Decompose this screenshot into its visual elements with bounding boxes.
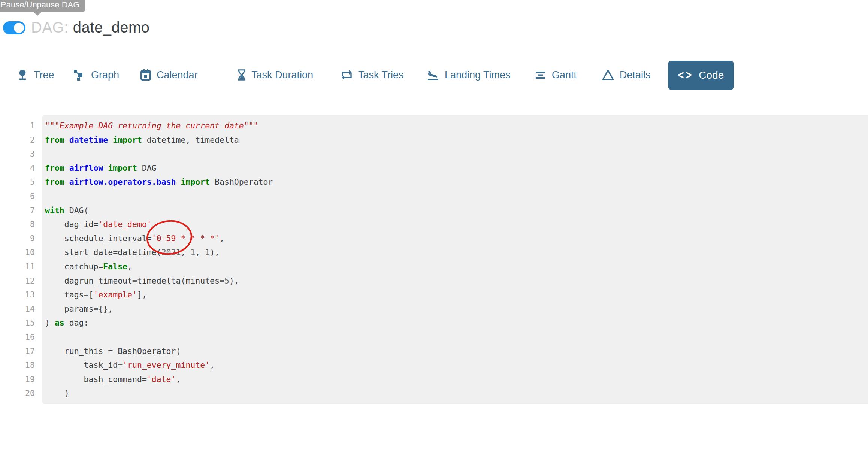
code-token: datetime, timedelta bbox=[142, 135, 239, 145]
plane-landing-icon bbox=[427, 69, 439, 81]
code-token: 'date_demo' bbox=[98, 220, 151, 229]
tab-label: Tree bbox=[34, 69, 54, 81]
tab-gantt[interactable]: Gantt bbox=[535, 60, 577, 90]
tab-label: Gantt bbox=[552, 69, 577, 81]
triangle-icon bbox=[602, 69, 614, 81]
code-token: import bbox=[113, 135, 142, 145]
tab-label: Task Tries bbox=[358, 69, 404, 81]
code-token: ), bbox=[210, 248, 220, 257]
code-token: from bbox=[45, 135, 64, 145]
code-token: params={}, bbox=[45, 304, 113, 314]
code-token: 'run_every_minute' bbox=[123, 360, 210, 370]
code-token: dag_id= bbox=[45, 220, 98, 229]
line-number: 20 bbox=[0, 386, 35, 400]
airflow-dag-code-page: Pause/Unpause DAG DAG:date_demo Tree Gra… bbox=[0, 0, 868, 460]
code-token: ) bbox=[45, 388, 69, 398]
code-token bbox=[64, 177, 69, 187]
dag-name: date_demo bbox=[73, 19, 150, 36]
code-token: 1 bbox=[190, 248, 195, 257]
code-line-6 bbox=[45, 189, 864, 203]
tab-label: Task Duration bbox=[251, 69, 313, 81]
code-token: 2021 bbox=[161, 248, 181, 257]
tab-calendar[interactable]: Calendar bbox=[140, 60, 198, 90]
code-token: 'date' bbox=[147, 375, 176, 384]
line-number: 16 bbox=[0, 330, 35, 344]
code-token: start_date=datetime( bbox=[45, 248, 161, 257]
code-token: dagrun_timeout=timedelta(minutes= bbox=[45, 276, 224, 285]
tab-task-tries[interactable]: Task Tries bbox=[341, 60, 404, 90]
code-token: , bbox=[176, 375, 181, 384]
code-line-5: from airflow.operators.bash import BashO… bbox=[45, 175, 864, 189]
code-line-13: tags=['example'], bbox=[45, 288, 864, 302]
code-line-2: from datetime import datetime, timedelta bbox=[45, 133, 864, 147]
code-line-19: bash_command='date', bbox=[45, 372, 864, 387]
code-token: ), bbox=[229, 276, 239, 285]
code-token: catchup= bbox=[45, 262, 103, 271]
tab-details[interactable]: Details bbox=[602, 60, 651, 90]
code-line-11: catchup=False, bbox=[45, 260, 864, 274]
code-line-14: params={}, bbox=[45, 302, 864, 316]
code-token: , bbox=[210, 360, 215, 370]
code-token: run_this = BashOperator( bbox=[45, 346, 181, 356]
line-number: 10 bbox=[0, 245, 35, 260]
code-token bbox=[176, 177, 181, 187]
code-line-12: dagrun_timeout=timedelta(minutes=5), bbox=[45, 274, 864, 288]
calendar-icon bbox=[140, 69, 151, 81]
code-token bbox=[64, 135, 69, 145]
code-token: DAG( bbox=[64, 206, 89, 215]
code-token: task_id= bbox=[45, 360, 123, 370]
code-token: as bbox=[55, 318, 64, 327]
code-token: from bbox=[45, 163, 64, 173]
code-line-15: ) as dag: bbox=[45, 316, 864, 330]
code-token: schedule_interval= bbox=[45, 234, 152, 243]
line-number: 19 bbox=[0, 372, 35, 387]
tab-label: Calendar bbox=[157, 69, 198, 81]
line-number: 13 bbox=[0, 288, 35, 302]
line-number-gutter: 1234567891011121314151617181920 bbox=[0, 119, 35, 400]
line-number: 11 bbox=[0, 260, 35, 274]
dag-source-code: """Example DAG returning the current dat… bbox=[45, 119, 864, 400]
line-number: 2 bbox=[0, 133, 35, 147]
line-number: 6 bbox=[0, 189, 35, 203]
line-number: 18 bbox=[0, 358, 35, 372]
tab-label: Graph bbox=[91, 69, 119, 81]
code-line-10: start_date=datetime(2021, 1, 1), bbox=[45, 245, 864, 260]
code-token: tags=[ bbox=[45, 290, 93, 299]
line-number: 9 bbox=[0, 231, 35, 246]
tab-tree[interactable]: Tree bbox=[17, 60, 54, 90]
dag-label: DAG: bbox=[31, 19, 69, 36]
code-line-20: ) bbox=[45, 386, 864, 400]
code-token: , bbox=[195, 248, 205, 257]
line-number: 15 bbox=[0, 316, 35, 330]
code-line-18: task_id='run_every_minute', bbox=[45, 358, 864, 372]
line-number: 14 bbox=[0, 302, 35, 316]
tree-icon bbox=[17, 69, 28, 81]
code-token bbox=[64, 163, 69, 173]
code-line-9: schedule_interval='0-59 * * * *', bbox=[45, 231, 864, 246]
line-number: 17 bbox=[0, 344, 35, 358]
tab-code-active[interactable]: <> Code bbox=[668, 61, 734, 90]
dag-pause-toggle[interactable] bbox=[3, 21, 25, 34]
code-token: DAG bbox=[137, 163, 157, 173]
code-token: , bbox=[152, 220, 157, 229]
code-brackets-icon: <> bbox=[678, 69, 694, 82]
code-line-8: dag_id='date_demo', bbox=[45, 217, 864, 231]
code-token: 'example' bbox=[93, 290, 137, 299]
tab-task-duration[interactable]: Task Duration bbox=[238, 60, 313, 90]
code-line-3 bbox=[45, 147, 864, 161]
repeat-icon bbox=[341, 69, 353, 81]
code-token: '0-59 * * * *' bbox=[152, 234, 220, 243]
tab-graph[interactable]: Graph bbox=[74, 60, 119, 90]
code-token: with bbox=[45, 206, 64, 215]
line-number: 12 bbox=[0, 274, 35, 288]
code-token: 5 bbox=[224, 276, 229, 285]
code-token: bash_command= bbox=[45, 375, 147, 384]
line-number: 5 bbox=[0, 175, 35, 189]
code-token: import bbox=[108, 163, 137, 173]
tab-landing-times[interactable]: Landing Times bbox=[427, 60, 511, 90]
code-token: import bbox=[181, 177, 210, 187]
line-number: 8 bbox=[0, 217, 35, 231]
code-token: 1 bbox=[205, 248, 210, 257]
page-title: DAG:date_demo bbox=[31, 19, 149, 36]
code-line-7: with DAG( bbox=[45, 203, 864, 218]
